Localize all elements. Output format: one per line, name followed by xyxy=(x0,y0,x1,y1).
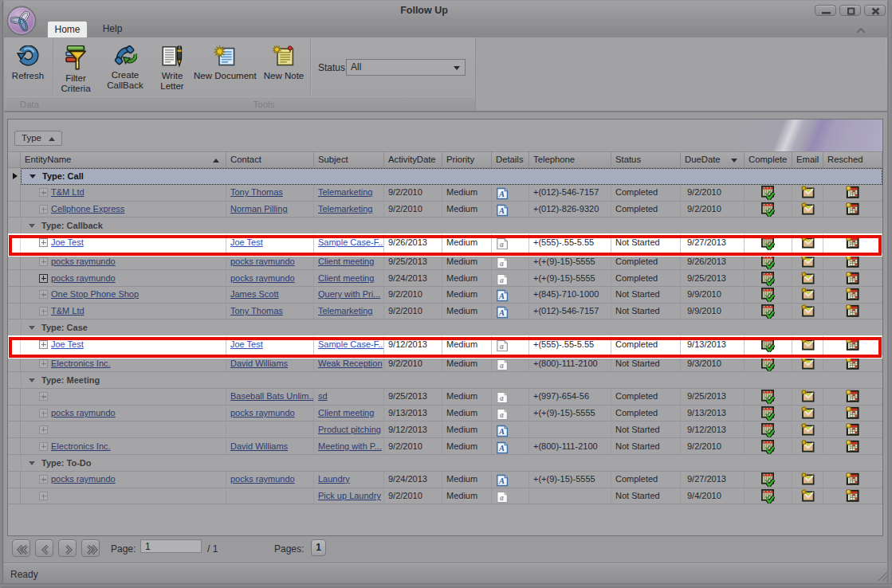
svg-text:A: A xyxy=(498,444,505,453)
svg-text:A: A xyxy=(498,427,505,436)
svg-text:a: a xyxy=(500,259,504,267)
svg-text:A: A xyxy=(498,206,505,215)
svg-text:a: a xyxy=(500,361,504,369)
svg-text:A: A xyxy=(498,476,505,485)
svg-text:a: a xyxy=(500,276,504,284)
svg-text:A: A xyxy=(498,308,505,317)
svg-text:a: a xyxy=(500,494,504,502)
svg-text:A: A xyxy=(498,292,505,300)
svg-text:a: a xyxy=(500,411,504,419)
svg-text:A: A xyxy=(498,190,505,198)
svg-text:a: a xyxy=(500,394,504,402)
